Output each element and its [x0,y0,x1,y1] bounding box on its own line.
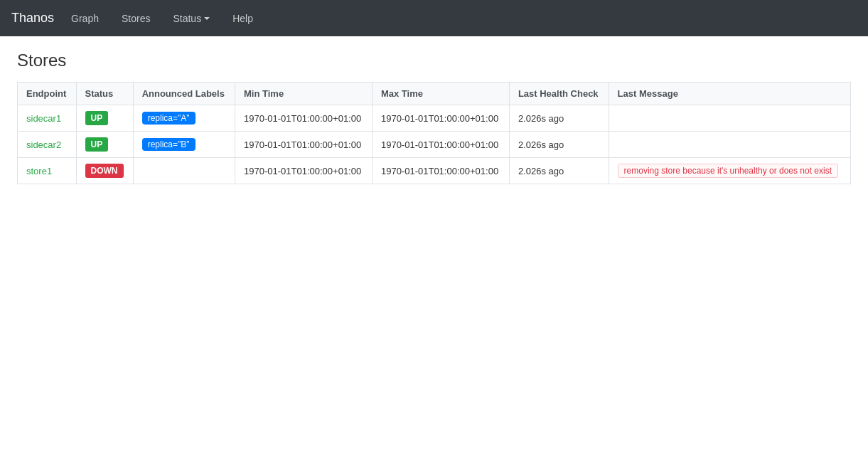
cell-last-health-check: 2.026s ago [509,132,609,158]
cell-endpoint: sidecar2 [18,132,77,158]
cell-announced-labels [133,158,235,184]
table-header: EndpointStatusAnnounced LabelsMin TimeMa… [18,83,851,105]
status-badge: DOWN [85,164,124,178]
label-badge: replica="A" [142,112,195,125]
cell-status: UP [76,105,133,132]
dropdown-caret-icon [204,17,210,20]
cell-announced-labels: replica="A" [133,105,235,132]
cell-announced-labels: replica="B" [133,132,235,158]
column-header-last-health-check: Last Health Check [509,83,609,105]
cell-status: DOWN [76,158,133,184]
column-header-endpoint: Endpoint [18,83,77,105]
nav-links: GraphStoresStatusHelp [60,0,264,36]
page-title: Stores [17,51,851,70]
stores-table: EndpointStatusAnnounced LabelsMin TimeMa… [17,82,851,184]
column-header-announced-labels: Announced Labels [133,83,235,105]
cell-last-health-check: 2.026s ago [509,105,609,132]
error-message-text: removing store because it's unhealthy or… [618,164,838,178]
cell-last-message: removing store because it's unhealthy or… [609,158,850,184]
column-header-min-time: Min Time [235,83,373,105]
table-row: store1DOWN1970-01-01T01:00:00+01:001970-… [18,158,851,184]
cell-status: UP [76,132,133,158]
cell-last-health-check: 2.026s ago [509,158,609,184]
cell-min-time: 1970-01-01T01:00:00+01:00 [235,158,373,184]
table-header-row: EndpointStatusAnnounced LabelsMin TimeMa… [18,83,851,105]
page-content: Stores EndpointStatusAnnounced LabelsMin… [0,36,868,199]
navbar: Thanos GraphStoresStatusHelp [0,0,868,36]
nav-item-stores[interactable]: Stores [110,0,161,36]
nav-item-status[interactable]: Status [161,0,221,36]
nav-item-help[interactable]: Help [221,0,264,36]
table-row: sidecar2UPreplica="B"1970-01-01T01:00:00… [18,132,851,158]
navbar-brand[interactable]: Thanos [11,5,54,31]
cell-min-time: 1970-01-01T01:00:00+01:00 [235,105,373,132]
table-row: sidecar1UPreplica="A"1970-01-01T01:00:00… [18,105,851,132]
label-badge: replica="B" [142,138,195,151]
cell-max-time: 1970-01-01T01:00:00+01:00 [372,105,509,132]
table-body: sidecar1UPreplica="A"1970-01-01T01:00:00… [18,105,851,184]
cell-max-time: 1970-01-01T01:00:00+01:00 [372,158,509,184]
cell-min-time: 1970-01-01T01:00:00+01:00 [235,132,373,158]
cell-endpoint: sidecar1 [18,105,77,132]
cell-max-time: 1970-01-01T01:00:00+01:00 [372,132,509,158]
nav-item-graph[interactable]: Graph [60,0,110,36]
cell-endpoint: store1 [18,158,77,184]
status-badge: UP [85,111,109,125]
cell-last-message [609,132,850,158]
column-header-last-message: Last Message [609,83,850,105]
column-header-status: Status [76,83,133,105]
status-badge: UP [85,137,109,152]
column-header-max-time: Max Time [372,83,509,105]
cell-last-message [609,105,850,132]
